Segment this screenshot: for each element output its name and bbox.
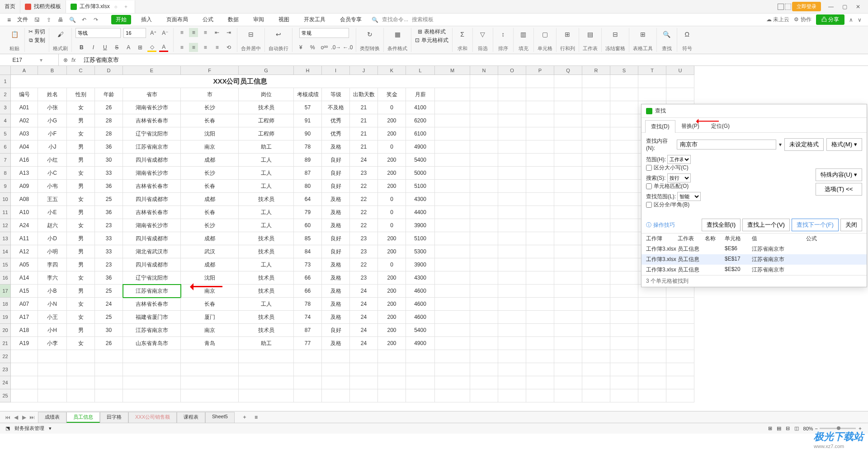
- cell[interactable]: [582, 363, 610, 376]
- italic-button[interactable]: I: [89, 43, 98, 52]
- cell[interactable]: [554, 271, 582, 285]
- cell[interactable]: 28: [95, 127, 123, 140]
- cell[interactable]: 200: [378, 114, 406, 127]
- sheet-tab[interactable]: 课程表: [177, 412, 205, 423]
- tab-template[interactable]: 找稻壳模板: [20, 0, 66, 13]
- col-header-Q[interactable]: Q: [554, 66, 582, 75]
- cell[interactable]: [610, 114, 638, 127]
- fx-icon[interactable]: fx: [71, 57, 75, 63]
- cell[interactable]: [554, 350, 582, 363]
- cell[interactable]: 南京: [181, 140, 239, 154]
- cell[interactable]: [666, 337, 694, 350]
- cell[interactable]: A02: [11, 114, 38, 127]
- sheet-tab[interactable]: 成绩表: [38, 412, 66, 423]
- cell[interactable]: 技术员: [239, 285, 294, 298]
- cell[interactable]: A12: [11, 245, 38, 258]
- cell[interactable]: [666, 350, 694, 363]
- cell[interactable]: [498, 193, 526, 206]
- cell[interactable]: 技术员: [239, 232, 294, 245]
- find-icon[interactable]: 🔍: [660, 28, 673, 41]
- cell[interactable]: [435, 101, 470, 114]
- view-page-icon[interactable]: ▤: [777, 425, 781, 431]
- cell[interactable]: [470, 363, 498, 376]
- col-header-O[interactable]: O: [498, 66, 526, 75]
- cell[interactable]: [378, 376, 406, 389]
- cell[interactable]: A24: [11, 219, 38, 232]
- cell[interactable]: 0: [378, 140, 406, 154]
- cell[interactable]: 89: [294, 154, 322, 167]
- cell[interactable]: [638, 363, 666, 376]
- cell[interactable]: [498, 101, 526, 114]
- row-header-23[interactable]: 23: [0, 363, 10, 376]
- cell[interactable]: [610, 271, 638, 285]
- cell[interactable]: 25: [95, 193, 123, 206]
- cell[interactable]: [67, 350, 95, 363]
- cell[interactable]: [350, 376, 378, 389]
- cell[interactable]: 优秀: [322, 127, 350, 140]
- share-button[interactable]: 凸 分享: [816, 14, 844, 25]
- cell[interactable]: 200: [378, 337, 406, 350]
- close-icon[interactable]: ○: [113, 4, 119, 9]
- cell[interactable]: [181, 350, 239, 363]
- cell[interactable]: 小红: [38, 154, 67, 167]
- col-header-P[interactable]: P: [526, 66, 554, 75]
- cell[interactable]: [526, 180, 554, 193]
- format-unset-button[interactable]: 未设定格式: [784, 138, 824, 151]
- cell[interactable]: 24: [350, 337, 378, 350]
- cell[interactable]: 女: [67, 298, 95, 311]
- cell[interactable]: 200: [378, 127, 406, 140]
- layout-icon[interactable]: [778, 4, 784, 10]
- cell[interactable]: [239, 389, 294, 402]
- cell[interactable]: 80: [294, 180, 322, 193]
- cell[interactable]: [554, 285, 582, 298]
- cell[interactable]: [554, 114, 582, 127]
- tab-goto[interactable]: 定位(G): [705, 120, 736, 132]
- close-dialog-button[interactable]: 关闭: [840, 219, 862, 231]
- tips-link[interactable]: 操作技巧: [653, 221, 675, 229]
- cell[interactable]: 24: [350, 311, 378, 324]
- cell[interactable]: [470, 88, 498, 101]
- fill-color-button[interactable]: ◇: [147, 43, 156, 52]
- cell[interactable]: A08: [11, 193, 38, 206]
- name-box[interactable]: E17▾: [0, 54, 59, 65]
- cell[interactable]: [610, 350, 638, 363]
- cell[interactable]: [498, 376, 526, 389]
- cell[interactable]: 78: [294, 140, 322, 154]
- redo-icon[interactable]: ↷: [92, 16, 100, 24]
- cell[interactable]: [554, 219, 582, 232]
- cell[interactable]: [67, 363, 95, 376]
- cell[interactable]: 考核成绩: [294, 88, 322, 101]
- cell[interactable]: 出勤天数: [350, 88, 378, 101]
- cell[interactable]: 22: [350, 193, 378, 206]
- cell[interactable]: 男: [67, 245, 95, 258]
- cell[interactable]: [666, 88, 694, 101]
- cell[interactable]: [406, 376, 435, 389]
- col-header-A[interactable]: A: [11, 66, 38, 75]
- cell[interactable]: [638, 88, 666, 101]
- indent-dec-icon[interactable]: ⇤: [212, 28, 222, 37]
- cell[interactable]: 85: [294, 232, 322, 245]
- cell[interactable]: [638, 324, 666, 337]
- cell[interactable]: 四川省成都市: [123, 193, 181, 206]
- col-header-D[interactable]: D: [95, 66, 123, 75]
- cond-format-icon[interactable]: ▦: [391, 28, 404, 41]
- cell[interactable]: [526, 311, 554, 324]
- export-icon[interactable]: ⇪: [45, 16, 53, 24]
- cell[interactable]: [526, 271, 554, 285]
- font-name-select[interactable]: [75, 28, 121, 38]
- cell[interactable]: 技术员: [239, 101, 294, 114]
- cell[interactable]: 四川省成都市: [123, 232, 181, 245]
- grid-icon[interactable]: [785, 4, 791, 10]
- row-header-2[interactable]: 2: [0, 88, 10, 101]
- cell[interactable]: 200: [378, 180, 406, 193]
- cell[interactable]: [470, 193, 498, 206]
- cell-icon[interactable]: ▢: [538, 28, 551, 41]
- format-button[interactable]: 格式(M) ▾: [826, 138, 862, 151]
- special-content-button[interactable]: 特殊内容(U) ▾: [816, 168, 862, 181]
- cell[interactable]: 3900: [406, 258, 435, 271]
- result-row[interactable]: 工作簿3.xlsx员工信息$E$6江苏省南京市: [642, 244, 867, 254]
- cell[interactable]: [610, 206, 638, 219]
- cell[interactable]: [610, 88, 638, 101]
- cell[interactable]: 0: [378, 219, 406, 232]
- cell[interactable]: 男: [67, 154, 95, 167]
